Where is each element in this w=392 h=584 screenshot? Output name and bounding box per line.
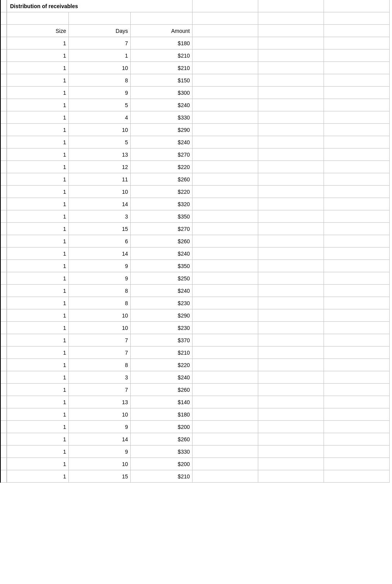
empty-cell [193,223,258,235]
table-row-amount: $260 [131,384,193,396]
empty-cell [258,297,324,309]
empty-cell [324,87,390,99]
empty-cell [324,396,390,408]
table-row-days: 14 [69,433,131,446]
table-row-size: 1 [7,37,69,50]
table-row-days: 10 [69,309,131,322]
empty-cell [258,12,324,25]
empty-cell [193,371,258,384]
table-row-amount: $270 [131,149,193,161]
empty-cell [258,62,324,74]
empty-cell [193,384,258,396]
table-row-size: 1 [7,62,69,74]
empty-cell [324,272,390,285]
table-row-size: 1 [7,149,69,161]
empty-cell [7,12,69,25]
table-row-size: 1 [7,384,69,396]
row-indicator [1,260,7,272]
empty-cell [324,161,390,173]
empty-cell [258,396,324,408]
empty-cell [258,322,324,334]
empty-cell [258,359,324,371]
table-row-size: 1 [7,198,69,210]
table-row-amount: $370 [131,334,193,347]
empty-cell [258,223,324,235]
empty-cell [193,124,258,136]
table-row-amount: $200 [131,421,193,433]
empty-cell [258,37,324,50]
table-row-size: 1 [7,235,69,248]
table-row-amount: $140 [131,396,193,408]
empty-cell [258,458,324,470]
row-indicator [1,359,7,371]
empty-cell [258,272,324,285]
empty-cell [324,12,390,25]
empty-cell [193,149,258,161]
empty-cell [193,74,258,87]
table-row-size: 1 [7,285,69,297]
row-indicator [1,223,7,235]
row-indicator [1,62,7,74]
empty-cell [193,198,258,210]
table-row-days: 14 [69,248,131,260]
empty-cell [193,50,258,62]
table-row-days: 7 [69,384,131,396]
empty-cell [324,322,390,334]
row-indicator [1,433,7,446]
table-row-days: 13 [69,396,131,408]
row-indicator [1,161,7,173]
empty-cell [193,260,258,272]
empty-cell [258,235,324,248]
empty-cell [193,470,258,483]
empty-cell [324,0,390,12]
table-row-size: 1 [7,124,69,136]
table-row-size: 1 [7,173,69,186]
spreadsheet: Distribution of receivables Size Days Am… [0,0,392,584]
empty-cell [258,161,324,173]
table-row-amount: $210 [131,50,193,62]
empty-cell [324,223,390,235]
empty-cell [324,347,390,359]
row-indicator [1,458,7,470]
empty-cell [193,99,258,111]
empty-cell [258,371,324,384]
row-indicator [1,235,7,248]
empty-cell [324,136,390,149]
empty-cell [324,99,390,111]
row-indicator [1,25,7,37]
table-row-amount: $180 [131,37,193,50]
table-row-size: 1 [7,248,69,260]
empty-cell [258,470,324,483]
empty-cell [324,359,390,371]
empty-cell [258,99,324,111]
table-row-size: 1 [7,359,69,371]
table-row-size: 1 [7,111,69,124]
table-row-days: 10 [69,408,131,421]
empty-cell [324,235,390,248]
table-row-amount: $330 [131,446,193,458]
row-indicator [1,173,7,186]
table-row-days: 5 [69,99,131,111]
amount-header: Amount [131,25,193,37]
table-row-amount: $180 [131,408,193,421]
empty-cell [324,446,390,458]
empty-cell [258,309,324,322]
table-row-size: 1 [7,371,69,384]
table-row-size: 1 [7,396,69,408]
empty-cell [193,186,258,198]
table-row-days: 14 [69,198,131,210]
empty-cell [193,421,258,433]
row-indicator [1,12,7,25]
empty-cell [324,111,390,124]
table-row-size: 1 [7,446,69,458]
empty-cell [258,0,324,12]
row-indicator [1,136,7,149]
table-row-days: 10 [69,458,131,470]
empty-cell [193,408,258,421]
empty-cell [258,260,324,272]
table-row-amount: $210 [131,62,193,74]
empty-cell [193,433,258,446]
table-row-days: 9 [69,260,131,272]
table-row-size: 1 [7,297,69,309]
empty-cell [324,371,390,384]
